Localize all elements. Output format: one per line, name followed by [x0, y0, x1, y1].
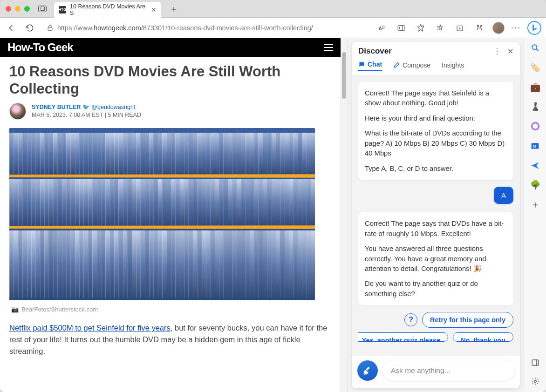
- tab-compose[interactable]: Compose: [393, 61, 430, 71]
- chat-more-icon[interactable]: ⋮: [493, 47, 501, 56]
- suggestion-row: ? Retry for this page only: [358, 312, 513, 328]
- search-icon[interactable]: [529, 42, 541, 54]
- profile-avatar[interactable]: [492, 22, 505, 34]
- site-header: How-To Geek: [0, 38, 341, 57]
- suggestion-yes[interactable]: Yes, another quiz please: [358, 332, 448, 342]
- discover-sidebar: Discover ⋮ ✕ Chat Compose Insights: [348, 38, 524, 392]
- tree-icon[interactable]: 🌳: [529, 179, 541, 191]
- svg-point-4: [480, 25, 481, 26]
- inline-link[interactable]: Netflix paid $500M to get Seinfeld for f…: [9, 324, 171, 332]
- titlebar: HTG 10 Reasons DVD Movies Are S ✕ ＋: [0, 0, 546, 18]
- chat-header: Discover ⋮ ✕: [352, 42, 520, 61]
- suggestion-no[interactable]: No, thank you: [453, 332, 513, 342]
- chat-tabs: Chat Compose Insights: [352, 61, 520, 75]
- byline: SYDNEY BUTLER 🐦 @gendowasright MAR 5, 20…: [9, 103, 331, 120]
- webpage: How-To Geek 10 Reasons DVD Movies Are St…: [0, 38, 341, 392]
- conversation: Correct! The page says that Seinfeld is …: [352, 75, 520, 356]
- panel-icon[interactable]: [529, 357, 541, 369]
- help-icon[interactable]: ?: [404, 313, 417, 326]
- image-credit: 📷BearFotos/Shutterstock.com: [11, 306, 329, 313]
- refresh-button[interactable]: [23, 21, 36, 34]
- menu-icon[interactable]: [324, 44, 333, 51]
- hero-image: [9, 128, 315, 300]
- translate-icon[interactable]: [395, 21, 408, 34]
- back-button[interactable]: [5, 21, 18, 34]
- new-topic-button[interactable]: [357, 360, 378, 381]
- chat-title: Discover: [358, 47, 392, 56]
- browser-toolbar: https://www.howtogeek.com/873301/10-reas…: [0, 18, 546, 38]
- extensions-icon[interactable]: [473, 21, 486, 34]
- window-controls: [6, 6, 30, 12]
- settings-icon[interactable]: [529, 375, 541, 387]
- bot-message: Correct! The page says that DVDs have a …: [358, 212, 513, 305]
- page-scrollbar[interactable]: [341, 38, 348, 392]
- browser-tab[interactable]: HTG 10 Reasons DVD Movies Are S ✕: [54, 2, 161, 18]
- content-area: How-To Geek 10 Reasons DVD Movies Are St…: [0, 38, 546, 392]
- chat-panel: Discover ⋮ ✕ Chat Compose Insights: [352, 42, 520, 388]
- add-icon[interactable]: ＋: [529, 198, 541, 210]
- svg-point-5: [532, 45, 537, 49]
- user-message: A: [494, 187, 513, 204]
- author-name[interactable]: SYDNEY BUTLER: [32, 104, 81, 110]
- url-text: https://www.howtogeek.com/873301/10-reas…: [57, 24, 313, 32]
- article-meta: MAR 5, 2023, 7:00 AM EST | 5 MIN READ: [32, 112, 141, 118]
- bot-message: Correct! The page says that Seinfeld is …: [358, 82, 513, 180]
- favicon: HTG: [59, 6, 66, 14]
- bing-chat-icon[interactable]: [527, 21, 541, 35]
- svg-rect-1: [398, 25, 403, 30]
- scroll-thumb[interactable]: [342, 52, 346, 99]
- close-window-button[interactable]: [6, 6, 11, 12]
- tools-icon[interactable]: 💼: [529, 81, 541, 93]
- collections-icon[interactable]: [453, 21, 466, 34]
- maximize-window-button[interactable]: [24, 6, 30, 12]
- m365-icon[interactable]: [529, 120, 541, 132]
- retry-button[interactable]: Retry for this page only: [422, 312, 513, 328]
- article-title: 10 Reasons DVD Movies Are Still Worth Co…: [9, 63, 331, 97]
- toolbar-right: A)) ···: [375, 21, 541, 35]
- chat-input-row: Ask me anything...: [352, 356, 520, 388]
- svg-rect-0: [48, 27, 52, 30]
- favorite-icon[interactable]: [414, 21, 427, 34]
- address-bar[interactable]: https://www.howtogeek.com/873301/10-reas…: [42, 20, 369, 35]
- svg-rect-9: [532, 360, 539, 365]
- tab-insights[interactable]: Insights: [442, 61, 464, 71]
- svg-point-3: [477, 25, 478, 26]
- chat-input[interactable]: Ask me anything...: [382, 360, 514, 381]
- games-icon[interactable]: ♟️: [529, 101, 541, 113]
- suggestion-row: Yes, another quiz please No, thank you: [358, 332, 513, 342]
- article: 10 Reasons DVD Movies Are Still Worth Co…: [0, 57, 341, 363]
- edge-sidebar: 🏷️ 💼 ♟️ O 🌳 ＋: [524, 38, 546, 392]
- minimize-window-button[interactable]: [15, 6, 20, 12]
- send-icon[interactable]: [529, 159, 541, 171]
- svg-text:O: O: [533, 143, 536, 149]
- close-tab-icon[interactable]: ✕: [151, 6, 157, 14]
- article-body: Netflix paid $500M to get Seinfeld for f…: [9, 322, 331, 357]
- twitter-icon[interactable]: 🐦: [82, 104, 91, 110]
- camera-icon: 📷: [11, 306, 19, 313]
- new-tab-button[interactable]: ＋: [170, 3, 178, 14]
- svg-point-6: [532, 123, 539, 130]
- tab-chat[interactable]: Chat: [358, 61, 382, 71]
- more-menu-icon[interactable]: ···: [511, 23, 521, 33]
- shopping-tag-icon[interactable]: 🏷️: [529, 61, 541, 74]
- site-logo[interactable]: How-To Geek: [7, 41, 73, 54]
- read-aloud-icon[interactable]: A)): [375, 21, 388, 34]
- tab-actions-icon[interactable]: [38, 6, 47, 12]
- author-avatar[interactable]: [9, 103, 26, 120]
- outlook-icon[interactable]: O: [529, 140, 541, 152]
- chat-close-icon[interactable]: ✕: [507, 47, 513, 56]
- lock-icon: [47, 24, 54, 31]
- favorites-list-icon[interactable]: [434, 21, 447, 34]
- tab-title: 10 Reasons DVD Movies Are S: [70, 3, 147, 16]
- author-handle[interactable]: @gendowasright: [91, 104, 135, 110]
- svg-point-10: [534, 380, 536, 383]
